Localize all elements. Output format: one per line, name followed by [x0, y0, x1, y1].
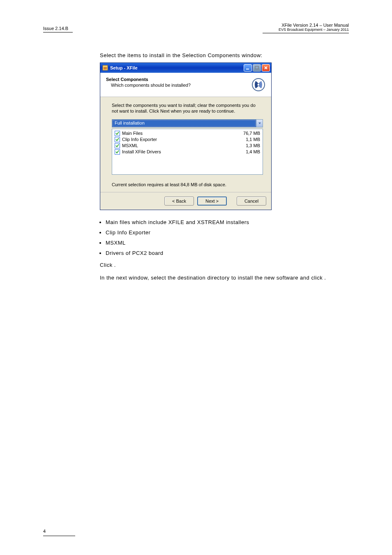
dialog-header-title: Select Components	[106, 77, 191, 82]
cancel-button[interactable]: Cancel	[237, 197, 266, 206]
svg-rect-3	[255, 66, 258, 69]
maximize-button[interactable]	[253, 64, 261, 72]
header-subtitle: EVS Broadcast Equipment – January 2011	[263, 28, 349, 32]
list-item[interactable]: Clip Info Exporter 1,1 MB	[115, 136, 260, 143]
list-item[interactable]: Install XFile Drivers 1,4 MB	[115, 149, 260, 155]
dialog-header-sub: Which components should be installed?	[111, 83, 191, 88]
product-logo-icon	[251, 77, 266, 92]
component-size: 1,3 MB	[246, 143, 260, 149]
list-item: Clip Info Exporter	[106, 229, 348, 236]
header-rule-left	[43, 32, 73, 32]
install-type-selected: Full installation	[112, 120, 256, 127]
dialog-title-text: Setup - XFile	[110, 65, 244, 70]
list-item: Drivers of PCX2 board	[106, 250, 348, 256]
footer-rule	[43, 536, 75, 536]
checkbox-icon[interactable]	[115, 131, 120, 136]
setup-dialog: Setup - XFile Select Components W	[100, 62, 272, 210]
list-item: MSXML	[106, 240, 348, 246]
close-button[interactable]	[262, 64, 270, 72]
checkbox-icon[interactable]	[115, 149, 120, 155]
component-size: 76,7 MB	[243, 130, 260, 136]
checkbox-icon[interactable]	[115, 137, 120, 142]
header-rule-right	[263, 33, 349, 33]
titlebar: Setup - XFile	[100, 63, 271, 73]
dialog-header: Select Components Which components shoul…	[100, 73, 271, 97]
svg-rect-2	[246, 69, 249, 69]
list-item: Main files which include XFILE and XSTRE…	[106, 219, 348, 225]
intro-text: Select the items to install in the Selec…	[100, 52, 348, 58]
component-size: 1,1 MB	[246, 136, 260, 143]
header-title: XFile Version 2.14 – User Manual	[263, 23, 349, 28]
chevron-down-icon[interactable]	[256, 120, 263, 127]
component-size: 1,4 MB	[246, 149, 260, 155]
header-issue: Issue 2.14.B	[43, 26, 68, 31]
dialog-instruction: Select the components you want to instal…	[112, 103, 263, 114]
component-label: Clip Info Exporter	[122, 136, 157, 143]
back-button[interactable]: < Back	[164, 197, 194, 206]
components-listbox[interactable]: Main Files 76,7 MB Clip Info Exporter 1,…	[112, 129, 263, 175]
install-type-dropdown[interactable]: Full installation	[112, 119, 263, 127]
disk-space-text: Current selection requires at least 84,8…	[112, 182, 263, 187]
minimize-button[interactable]	[244, 64, 252, 72]
installer-icon	[102, 65, 108, 71]
next-button[interactable]: Next >	[197, 197, 227, 206]
next-window-text: In the next window, select the destinati…	[100, 275, 348, 281]
component-label: Main Files	[122, 130, 143, 136]
bullet-list: Main files which include XFILE and XSTRE…	[106, 219, 348, 256]
component-label: MSXML	[122, 143, 138, 149]
checkbox-icon[interactable]	[115, 143, 120, 148]
click-text: Click .	[100, 262, 348, 268]
dialog-footer: < Back Next > Cancel	[100, 192, 271, 210]
list-item[interactable]: Main Files 76,7 MB	[115, 130, 260, 136]
page-number: 4	[43, 529, 46, 534]
list-item[interactable]: MSXML 1,3 MB	[115, 143, 260, 149]
svg-rect-1	[104, 67, 107, 69]
svg-point-5	[257, 83, 260, 86]
component-label: Install XFile Drivers	[122, 149, 161, 155]
